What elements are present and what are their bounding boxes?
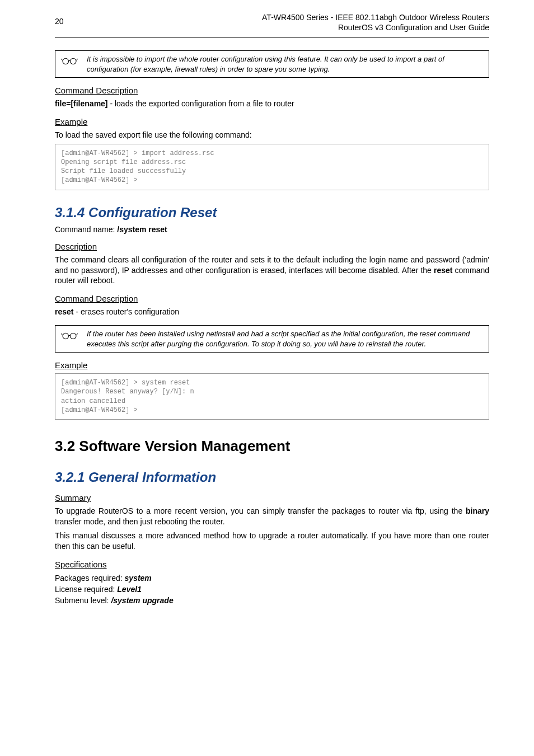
heading-command-description-1: Command Description (55, 86, 489, 95)
svg-point-0 (63, 58, 69, 64)
header-line-1: AT-WR4500 Series - IEEE 802.11abgh Outdo… (262, 12, 489, 22)
summary-p1a: To upgrade RouterOS to a more recent ver… (55, 506, 466, 515)
svg-point-4 (63, 333, 69, 339)
summary-paragraph-1: To upgrade RouterOS to a more recent ver… (55, 506, 489, 527)
heading-specifications: Specifications (55, 560, 489, 569)
svg-line-2 (61, 59, 63, 60)
note-text-reset: If the router has been installed using n… (87, 329, 483, 349)
heading-3-2-1: 3.2.1 General Information (55, 469, 489, 485)
note-box-import: It is impossible to import the whole rou… (55, 50, 489, 78)
summary-binary-bold: binary (466, 506, 489, 515)
file-option-key: file=[filename] (55, 99, 108, 108)
command-name-label: Command name: (55, 225, 117, 234)
description-paragraph: The command clears all configuration of … (55, 255, 489, 287)
heading-3-2: 3.2 Software Version Management (55, 438, 489, 455)
page-header: AT-WR4500 Series - IEEE 802.11abgh Outdo… (262, 12, 489, 32)
spec-packages: Packages required: system (55, 572, 489, 584)
glasses-icon (61, 55, 79, 67)
summary-paragraph-2: This manual discusses a more advanced me… (55, 530, 489, 552)
heading-3-1-4: 3.1.4 Configuration Reset (55, 205, 489, 220)
code-block-import: [admin@AT-WR4562] > import address.rsc O… (55, 144, 489, 190)
note-box-reset: If the router has been installed using n… (55, 325, 489, 353)
heading-example-1: Example (55, 117, 489, 126)
spec-license-label: License required: (55, 585, 117, 594)
heading-description: Description (55, 242, 489, 251)
svg-line-3 (76, 59, 78, 60)
file-option-desc: - loads the exported configuration from … (108, 99, 294, 108)
command-name-value: /system reset (117, 225, 167, 234)
specifications-block: Packages required: system License requir… (55, 572, 489, 607)
file-option-line: file=[filename] - loads the exported con… (55, 98, 489, 109)
spec-license: License required: Level1 (55, 584, 489, 595)
note-text-import: It is impossible to import the whole rou… (87, 54, 483, 74)
desc-reset-bold: reset (434, 266, 452, 275)
heading-command-description-2: Command Description (55, 294, 489, 303)
spec-packages-value: system (125, 574, 152, 583)
heading-summary: Summary (55, 493, 489, 503)
spec-submenu: Submenu level: /system upgrade (55, 595, 489, 606)
reset-option-key: reset (55, 307, 73, 316)
glasses-icon (61, 330, 79, 342)
header-line-2: RouterOS v3 Configuration and User Guide (262, 22, 489, 32)
spec-submenu-label: Submenu level: (55, 596, 111, 605)
spec-license-value: Level1 (117, 585, 142, 594)
desc-text-1: The command clears all configuration of … (55, 255, 489, 275)
reset-option-line: reset - erases router's configuration (55, 307, 489, 317)
example1-intro: To load the saved export file use the fo… (55, 130, 489, 140)
spec-submenu-value: /system upgrade (111, 596, 173, 605)
svg-line-7 (76, 334, 78, 335)
heading-example-2: Example (55, 360, 489, 370)
svg-line-6 (61, 334, 63, 335)
code-block-reset: [admin@AT-WR4562] > system reset Dangero… (55, 373, 489, 420)
svg-point-5 (71, 333, 77, 339)
header-divider (55, 37, 489, 39)
reset-option-desc: - erases router's configuration (73, 307, 179, 316)
svg-point-1 (71, 58, 77, 64)
spec-packages-label: Packages required: (55, 574, 125, 583)
command-name-line: Command name: /system reset (55, 225, 489, 234)
page-number: 20 (55, 17, 64, 26)
summary-p1b: transfer mode, and then just rebooting t… (55, 517, 225, 526)
